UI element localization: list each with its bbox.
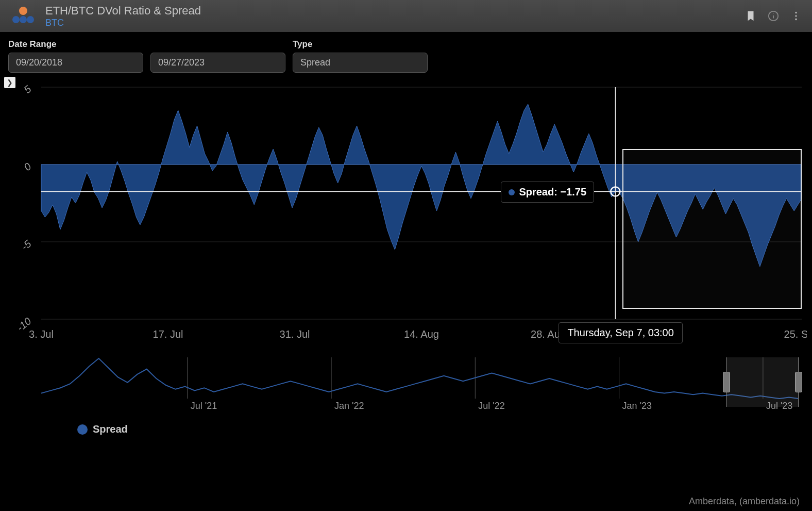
legend: Spread xyxy=(77,423,812,435)
svg-text:25. Sep: 25. Sep xyxy=(784,328,807,340)
app-logo xyxy=(10,6,36,26)
svg-text:3. Jul: 3. Jul xyxy=(29,328,54,340)
chart-container: ❯ -10-5053. Jul17. Jul31. Jul14. Aug28. … xyxy=(5,77,807,345)
svg-text:31. Jul: 31. Jul xyxy=(280,328,310,340)
type-label: Type xyxy=(293,39,428,50)
svg-text:Jan '22: Jan '22 xyxy=(334,401,364,411)
chart-title: ETH/BTC DVol Ratio & Spread xyxy=(45,4,201,18)
chart-tooltip: Spread: −1.75 xyxy=(501,182,594,203)
date-to-input[interactable] xyxy=(150,53,285,73)
legend-dot xyxy=(77,424,88,435)
expand-panel-button[interactable]: ❯ xyxy=(4,77,15,88)
credit-text: Amberdata, (amberdata.io) xyxy=(689,496,800,507)
svg-text:Jul '21: Jul '21 xyxy=(191,401,217,411)
svg-text:0: 0 xyxy=(22,160,33,173)
type-input[interactable] xyxy=(293,53,428,73)
chart-subtitle: BTC xyxy=(45,18,201,28)
navigator-handle-right[interactable] xyxy=(795,372,802,392)
tooltip-series-dot xyxy=(509,189,515,195)
svg-point-5 xyxy=(795,19,797,21)
svg-text:-5: -5 xyxy=(19,238,33,253)
svg-text:14. Aug: 14. Aug xyxy=(404,328,439,340)
svg-text:17. Jul: 17. Jul xyxy=(153,328,183,340)
more-icon[interactable] xyxy=(790,10,802,22)
main-chart[interactable]: -10-5053. Jul17. Jul31. Jul14. Aug28. Au… xyxy=(5,77,807,345)
svg-point-3 xyxy=(795,12,797,14)
date-from-input[interactable] xyxy=(8,53,143,73)
svg-point-4 xyxy=(795,15,797,17)
date-range-label: Date Range xyxy=(8,39,285,50)
navigator-chart[interactable]: Jul '21Jan '22Jul '22Jan '23Jul '23 xyxy=(41,357,799,414)
navigator-handle-left[interactable] xyxy=(723,372,730,392)
svg-text:5: 5 xyxy=(22,83,33,96)
tooltip-series-label: Spread xyxy=(519,186,554,197)
controls-row: Date Range Type xyxy=(0,32,812,75)
bookmark-icon[interactable] xyxy=(745,10,756,22)
tooltip-value: −1.75 xyxy=(560,186,586,197)
header-bar: ETH/BTC DVol Ratio & Spread BTC xyxy=(0,0,812,32)
navigator-container: Jul '21Jan '22Jul '22Jan '23Jul '23 xyxy=(41,357,803,414)
tooltip-date-box: Thursday, Sep 7, 03:00 xyxy=(559,322,682,343)
svg-text:Jan '23: Jan '23 xyxy=(622,401,652,411)
navigator-selection[interactable] xyxy=(726,357,799,407)
svg-text:Jul '22: Jul '22 xyxy=(478,401,504,411)
title-block: ETH/BTC DVol Ratio & Spread BTC xyxy=(45,4,201,28)
info-icon[interactable] xyxy=(768,10,779,22)
legend-label: Spread xyxy=(93,423,128,435)
